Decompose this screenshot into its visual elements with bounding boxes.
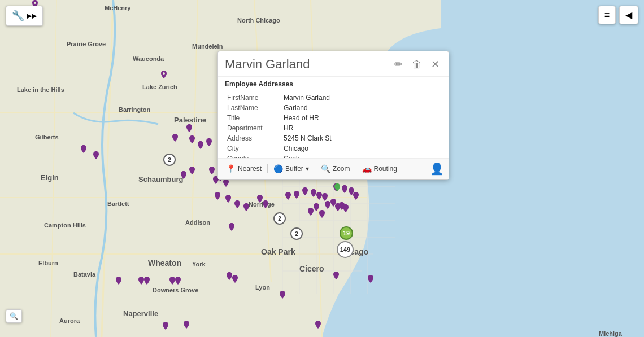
routing-icon: 🚗 [362,164,372,173]
nearest-icon: 📍 [226,164,236,173]
field-value: Head of HR [281,113,442,123]
buffer-button[interactable]: 🔵 Buffer ▾ [270,163,312,175]
table-row: DepartmentHR [225,123,442,133]
popup-header-icons: ✏ 🗑 ✕ [392,57,442,72]
nearest-button[interactable]: 📍 Nearest [223,163,265,175]
field-value: HR [281,123,442,133]
field-key: Address [225,133,281,143]
routing-button[interactable]: 🚗 Routing [359,163,401,175]
separator [356,164,356,173]
toolbar-topright: ≡ ◀ [598,6,638,24]
table-row: Address5245 N Clark St [225,133,442,143]
popup-toolbar: 📍 Nearest 🔵 Buffer ▾ 🔍 Zoom 🚗 Routing 👤 [218,158,449,179]
zoom-map-icon: 🔍 [321,164,330,173]
buffer-dropdown-icon: ▾ [306,165,309,173]
table-row: FirstNameMarvin Garland [225,93,442,103]
close-icon: ✕ [431,59,440,70]
edit-button[interactable]: ✏ [392,57,405,72]
tools-button[interactable]: 🔧 ▶▶ [6,6,43,26]
field-key: FirstName [225,93,281,103]
zoom-button[interactable]: 🔍 Zoom [317,163,354,175]
popup-header: Marvin Garland ✏ 🗑 ✕ [218,51,449,77]
person-icon: 👤 [430,162,444,176]
close-button[interactable]: ✕ [429,57,442,72]
zoom-icon: 🔍 [10,312,18,320]
map-container[interactable]: McHenry North Chicago Prairie Grove Wauc… [0,0,644,337]
field-value: 5245 N Clark St [281,133,442,143]
separator [315,164,315,173]
buffer-label: Buffer [285,165,303,173]
forward-icon: ▶▶ [27,12,37,20]
popup-table-container[interactable]: FirstNameMarvin GarlandLastNameGarlandTi… [218,90,449,158]
collapse-button[interactable]: ◀ [619,6,638,24]
separator [267,164,268,173]
table-row: TitleHead of HR [225,113,442,123]
delete-button[interactable]: 🗑 [410,58,424,72]
zoom-label: Zoom [333,165,350,173]
wrench-icon: 🔧 [12,10,24,22]
field-key: Department [225,123,281,133]
routing-label: Routing [374,165,397,173]
popup-data-table: FirstNameMarvin GarlandLastNameGarlandTi… [225,93,442,158]
field-value: Marvin Garland [281,93,442,103]
field-key: County [225,154,281,158]
field-value: Chicago [281,143,442,154]
buffer-icon: 🔵 [273,164,283,173]
list-view-button[interactable]: ≡ [598,6,616,24]
edit-icon: ✏ [394,59,403,70]
field-value: Cook [281,154,442,158]
delete-icon: 🗑 [412,59,422,70]
table-row: LastNameGarland [225,103,442,113]
popup-table-label: Employee Addresses [218,77,449,90]
popup-card: Marvin Garland ✏ 🗑 ✕ Employee Addresses … [217,51,449,180]
field-key: Title [225,113,281,123]
toolbar-topleft: 🔧 ▶▶ [6,6,43,26]
collapse-icon: ◀ [625,10,632,20]
zoom-control[interactable]: 🔍 [6,309,22,323]
table-row: CountyCook [225,154,442,158]
nearest-label: Nearest [238,165,262,173]
list-icon: ≡ [604,10,610,20]
field-key: City [225,143,281,154]
field-value: Garland [281,103,442,113]
field-key: LastName [225,103,281,113]
table-row: CityChicago [225,143,442,154]
popup-title: Marvin Garland [225,57,310,72]
